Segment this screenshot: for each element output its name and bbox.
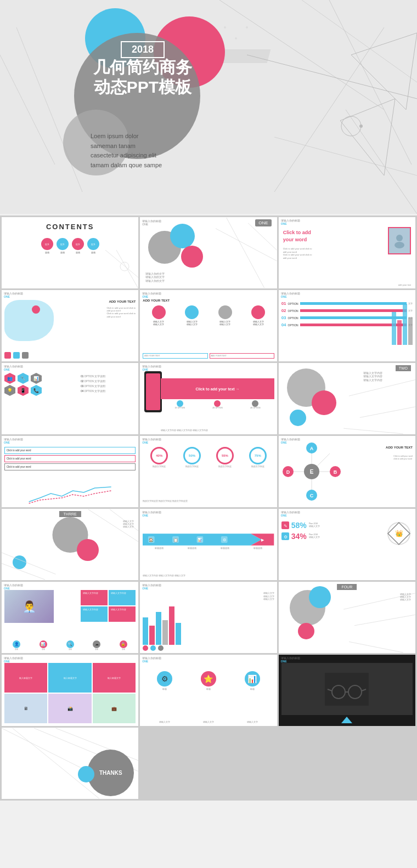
three-desc: 请输入文字请输入文字请输入文字 [123, 520, 134, 529]
slide-circles-row[interactable]: 请输入你的标题ONE ADD YOUR TEXT 请输入文字请输入文字 请输入文… [140, 290, 277, 361]
svg-point-10 [359, 124, 363, 128]
svg-point-14 [235, 37, 237, 39]
photo-grid: 输入标题文字 输入标题文字 输入标题文字 🖥 📸 💼 [4, 663, 136, 723]
slide-label: 请输入你的标题ONE [4, 584, 23, 590]
cta-banner[interactable]: Click to add your text → [161, 378, 274, 399]
thanks-text: THANKS [99, 770, 122, 776]
svg-text:C: C [309, 493, 313, 498]
percent-circles: 40% 拖放文字到这 50% 拖放文字到这 55% 拖放文字到这 75% 拖放文… [143, 447, 274, 468]
svg-line-11 [0, 55, 55, 164]
svg-line-65 [354, 615, 415, 626]
slide-add-word[interactable]: 请输入你的标题ONE Click to addyour word Click t… [279, 217, 415, 288]
add-text-title: ADD YOUR TEXT [386, 446, 413, 449]
svg-line-75 [13, 728, 99, 798]
hero-title: 几何简约商务 动态PPT模板 [80, 58, 206, 97]
slide-label: 请输入你的标题ONE [142, 657, 161, 663]
slide-two[interactable]: TWO 请输入文字内容请输入文字内容请输入文字内容 [279, 363, 415, 434]
stats-list: ✎ 58% Plain 2018请输入文字 ⚙ 34% Plain 2018请输… [281, 519, 320, 543]
svg-text:📋: 📋 [173, 537, 178, 542]
slide-four[interactable]: FOUR 请输入文字请输入文字请输入文字 [279, 582, 415, 653]
slide-checklist[interactable]: 请输入你的标题ONE Click to add your word Click … [2, 436, 138, 507]
slide-stats[interactable]: 请输入你的标题ONE ✎ 58% Plain 2018请输入文字 ⚙ 34% P… [279, 509, 415, 580]
slide-icons-row[interactable]: 请输入你的标题ONE ⚙ 标题 ⭐ 标题 📊 标题 请输入文字 请输入文字 请输… [140, 655, 277, 726]
slide-label: 请输入你的标题ONE [281, 219, 300, 225]
svg-line-19 [216, 229, 277, 261]
checklist: Click to add your word Click to add your… [4, 446, 136, 472]
hero-section: 2018 几何简约商务 动态PPT模板 Loem ipsum dolor sam… [0, 0, 417, 214]
svg-text:✎: ✎ [283, 524, 287, 529]
slide-thanks[interactable]: THANKS [2, 728, 138, 799]
svg-line-26 [343, 428, 403, 434]
slide-contents[interactable]: CONTENTS 提升 选项 提升 选项 提升 选项 提升 选项 [2, 217, 138, 288]
slide-description: 请输入你的文字请输入你的文字请输入你的文字 [145, 273, 165, 283]
icon-labels: 请输入文字 请输入文字 请输入文字 [143, 721, 274, 723]
map-marker [32, 305, 40, 314]
icon-row-bottom: 👤 选项 📊 选项 🔍 选项 ☁ 选项 🔒 选项 [4, 640, 136, 650]
arrow-bar: 🏠 📋 📊 ⚙ ▶ [143, 534, 274, 546]
slide-phone-cta[interactable]: 请输入你的标题ONE Click to add your text → 1S O… [140, 363, 277, 434]
slide-label: 请输入你的标题ONE [4, 438, 23, 444]
svg-line-3 [247, 55, 417, 99]
slide-grid-photos[interactable]: 请输入你的标题ONE 输入标题文字 输入标题文字 输入标题文字 🖥 📸 💼 [2, 655, 138, 726]
svg-line-42 [2, 553, 56, 574]
add-text-label: add your text [398, 283, 411, 286]
slide-label: 请输入你的标题ONE [142, 365, 161, 371]
svg-rect-67 [325, 673, 369, 706]
svg-line-66 [349, 642, 403, 653]
contents-title: CONTENTS [2, 223, 138, 231]
slide-label: 请输入你的标题ONE [142, 584, 161, 590]
svg-line-1 [329, 0, 412, 164]
chart-labels: 请输入文字请输入文字请输入文字 [263, 592, 274, 601]
cta-text: Click to add your text → [195, 387, 239, 391]
slide-hex-icons[interactable]: 请输入你的标题ONE 👥 🔧 📊 💡 📱 📞 01 OPTION 文字说明 02… [2, 363, 138, 434]
svg-point-23 [395, 242, 404, 248]
svg-text:A: A [309, 446, 313, 451]
percent-desc: 拖放文字到这里 拖放文字到这 拖放文字到这里 [143, 500, 274, 503]
slide-network[interactable]: 请输入你的标题ONE ADD YOUR TEXT E A B C D [279, 436, 415, 507]
svg-line-24 [349, 380, 415, 396]
avatar-placeholder [388, 227, 411, 254]
add-text-title: ADD YOUR TEXT [143, 299, 170, 302]
bottom-text-boxes: ADD YOUR TEXT ADD YOUR TEXT [143, 353, 274, 359]
svg-point-15 [246, 26, 248, 29]
slide-label: 请输入你的标题ONE [142, 292, 161, 298]
svg-line-5 [346, 110, 417, 214]
svg-marker-73 [341, 717, 352, 723]
slide-options-list[interactable]: 请输入你的标题ONE 01 OPTION 文字 02 OPTION 文字 03 … [279, 290, 415, 361]
slide-label: 请输入你的标题ONE [4, 292, 23, 298]
svg-text:B: B [333, 469, 337, 475]
svg-line-6 [274, 137, 417, 175]
phone-mockup [144, 371, 162, 412]
network-desc: Click to add your wordclick to add your … [393, 455, 413, 461]
hex-grid: 👥 🔧 📊 💡 📱 📞 [4, 373, 43, 396]
slide-three[interactable]: THRRE 请输入文字请输入文字请输入文字 [2, 509, 138, 580]
svg-text:📊: 📊 [198, 537, 202, 542]
slide-percentages[interactable]: 请输入你的标题ONE 40% 拖放文字到这 50% 拖放文字到这 55% 拖放文… [140, 436, 277, 507]
click-add-word: Click to addyour word [283, 229, 311, 243]
svg-point-18 [120, 262, 129, 271]
slide-label: 请输入你的标题ONE [4, 365, 23, 371]
svg-text:E: E [309, 469, 313, 475]
circles-options: 请输入文字请输入文字 请输入文字请输入文字 请输入文字请输入文字 请输入文字请输… [143, 305, 274, 326]
dark-photo-area [281, 663, 413, 715]
icons-row [4, 352, 29, 359]
svg-line-17 [116, 250, 138, 288]
slide-label: 请输入你的标题ONE [281, 292, 300, 298]
slide-label: 请输入你的标题ONE [142, 511, 161, 517]
stats-icon: 👑 [385, 520, 413, 548]
svg-line-25 [359, 407, 415, 418]
slide-barchart[interactable]: 请输入你的标题ONE 请输入文字请输入文字请输入文字 [140, 582, 277, 653]
slide-dark-photo[interactable]: 请输入你的标题ONE [279, 655, 415, 726]
slide-photo-boxes[interactable]: 请输入你的标题ONE 👨‍💼 请输入文字内容 请输入文字内容 请输入文字内容 请… [2, 582, 138, 653]
slide-map[interactable]: 请输入你的标题ONE ADD YOUR TEXT Click to add yo… [2, 290, 138, 361]
four-desc: 请输入文字请输入文字请输入文字 [400, 593, 411, 602]
slide-one-circles[interactable]: 请输入你的标题ONE ONE 请输入你的文字请输入你的文字请输入你的文字 [140, 217, 277, 288]
slide-arrow-steps[interactable]: 请输入你的标题ONE 🏠 📋 📊 ⚙ ▶ 标题选项 标题选项 标题选项 [140, 509, 277, 580]
3d-bars [392, 301, 413, 345]
svg-line-16 [105, 250, 138, 277]
line-chart [4, 483, 136, 504]
add-text-desc: Click to add your word click toadd your … [106, 307, 136, 318]
sub-text: Click to add your word click toadd your … [283, 247, 312, 259]
hero-subtitle: Loem ipsum dolor sameman tanam casectetu… [91, 132, 162, 170]
bottom-icons [143, 645, 164, 651]
